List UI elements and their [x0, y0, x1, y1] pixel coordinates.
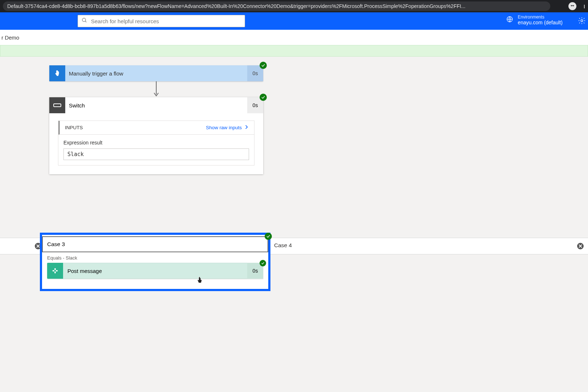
- svg-point-3: [82, 18, 86, 21]
- inputs-panel: INPUTS Show raw inputs Expression result…: [58, 121, 254, 166]
- case-3-title: Case 3: [43, 241, 65, 248]
- environment-label: Environments: [518, 15, 563, 20]
- scroll-right-button[interactable]: [577, 243, 584, 249]
- search-input[interactable]: [91, 18, 241, 24]
- extension-badge[interactable]: [568, 2, 576, 10]
- check-icon: [265, 233, 272, 240]
- connector-arrow: [156, 81, 157, 97]
- case-4-title[interactable]: Case 4: [274, 242, 292, 249]
- settings-button[interactable]: [578, 17, 586, 26]
- post-message-action[interactable]: Post message 0s: [47, 263, 263, 279]
- svg-rect-20: [54, 271, 56, 274]
- svg-rect-19: [54, 268, 56, 270]
- check-icon: [260, 62, 267, 69]
- page-subheader: r Demo: [0, 30, 588, 45]
- svg-rect-8: [54, 104, 61, 107]
- manual-trigger-icon: [49, 65, 65, 81]
- switch-card[interactable]: Switch 0s INPUTS Show raw inputs Express…: [49, 97, 263, 174]
- case-3-card[interactable]: Case 3 Equals - Slack Post message 0s: [40, 233, 270, 291]
- slack-icon: [47, 263, 63, 279]
- switch-title: Switch: [65, 97, 247, 113]
- trigger-card[interactable]: Manually trigger a flow 0s: [49, 65, 263, 81]
- svg-rect-18: [56, 270, 58, 271]
- case-3-condition: Equals - Slack: [47, 255, 263, 261]
- search-box[interactable]: [78, 15, 245, 27]
- svg-point-2: [572, 5, 574, 7]
- app-header: Environments enayu.com (default): [0, 12, 588, 30]
- post-message-title: Post message: [63, 263, 247, 279]
- flow-canvas[interactable]: Manually trigger a flow 0s Switch 0s INP…: [0, 57, 588, 174]
- svg-point-6: [581, 20, 583, 22]
- environment-picker[interactable]: Environments enayu.com (default): [506, 15, 563, 25]
- trigger-title: Manually trigger a flow: [65, 65, 247, 81]
- cursor-pointer-icon: [196, 276, 204, 284]
- expression-result-value: Slack: [63, 148, 249, 160]
- browser-url[interactable]: Default-37574ca4-cde8-4d8b-bcb8-897b1a5d…: [3, 1, 550, 11]
- browser-address-bar: Default-37574ca4-cde8-4d8b-bcb8-897b1a5d…: [0, 0, 588, 12]
- page-title-fragment: r Demo: [1, 34, 19, 41]
- check-icon: [260, 94, 267, 101]
- show-raw-inputs-link[interactable]: Show raw inputs: [206, 124, 249, 131]
- success-banner: [0, 45, 588, 57]
- switch-icon: [49, 97, 65, 113]
- search-icon: [82, 17, 87, 25]
- expression-result-label: Expression result: [63, 140, 249, 146]
- svg-rect-17: [53, 270, 55, 271]
- profile-truncated: I: [584, 3, 585, 9]
- globe-icon: [506, 16, 513, 24]
- svg-point-1: [571, 5, 572, 7]
- chevron-right-icon: [244, 124, 249, 131]
- inputs-label: INPUTS: [65, 125, 83, 130]
- svg-line-4: [85, 21, 86, 22]
- environment-value: enayu.com (default): [518, 20, 563, 25]
- check-icon: [260, 260, 266, 266]
